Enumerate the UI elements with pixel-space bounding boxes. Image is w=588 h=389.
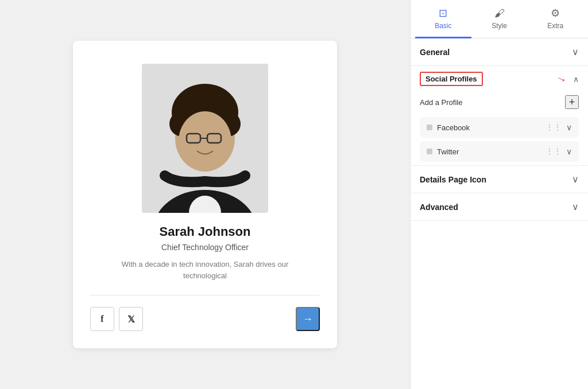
profile-item-right-twitter: ⋮⋮ ∨ [546, 147, 572, 156]
social-buttons: f 𝕏 [90, 307, 143, 331]
tab-extra[interactable]: ⚙ Extra [527, 0, 583, 38]
profile-item-right: ⋮⋮ ∨ [546, 123, 572, 132]
facebook-social-button[interactable]: f [90, 307, 114, 331]
annotation-arrow: → [556, 72, 567, 85]
add-profile-row: Add a Profile + [411, 91, 588, 114]
profile-item-left: Facebook [427, 123, 470, 132]
style-tab-icon: 🖌 [494, 7, 505, 20]
facebook-profile-chevron-icon[interactable]: ∨ [566, 123, 572, 132]
card-bio: With a decade in tech innovation, Sarah … [113, 259, 297, 281]
card-footer: f 𝕏 → [90, 307, 320, 331]
right-panel: ⊡ Basic 🖌 Style ⚙ Extra General ∨ Social… [410, 0, 588, 389]
add-profile-label: Add a Profile [420, 98, 462, 107]
details-page-icon-section: Details Page Icon ∨ [411, 166, 588, 193]
red-arrow-icon: → [554, 71, 570, 87]
general-section-header[interactable]: General ∨ [411, 38, 588, 65]
avatar-container [142, 64, 268, 213]
general-section-title: General [420, 48, 450, 57]
plus-icon: + [569, 96, 575, 108]
profile-item-left-twitter: Twitter [427, 147, 459, 156]
style-tab-label: Style [492, 22, 507, 30]
general-section: General ∨ [411, 38, 588, 66]
social-profiles-chevron-up-icon[interactable]: ∧ [573, 75, 579, 84]
basic-tab-icon: ⊡ [439, 7, 447, 20]
add-profile-button[interactable]: + [565, 95, 579, 109]
twitter-color-dot [427, 149, 432, 154]
advanced-section-title: Advanced [420, 203, 458, 212]
tab-style[interactable]: 🖌 Style [471, 0, 528, 38]
twitter-profile-chevron-icon[interactable]: ∨ [566, 147, 572, 156]
social-profiles-label: Social Profiles [420, 72, 483, 86]
advanced-chevron-icon: ∨ [572, 201, 579, 212]
twitter-social-button[interactable]: 𝕏 [119, 307, 143, 331]
card-name: Sarah Johnson [160, 224, 251, 239]
twitter-profile-name: Twitter [437, 147, 459, 156]
facebook-profile-item: Facebook ⋮⋮ ∨ [420, 117, 579, 138]
facebook-drag-icon[interactable]: ⋮⋮ [546, 123, 562, 132]
tabs-container: ⊡ Basic 🖌 Style ⚙ Extra [411, 0, 588, 38]
arrow-button[interactable]: → [296, 307, 320, 331]
details-page-icon-chevron-icon: ∨ [572, 174, 579, 185]
advanced-section: Advanced ∨ [411, 193, 588, 221]
advanced-section-header[interactable]: Advanced ∨ [411, 193, 588, 220]
arrow-right-icon: → [303, 313, 313, 325]
extra-tab-icon: ⚙ [551, 7, 560, 20]
tab-basic[interactable]: ⊡ Basic [415, 0, 471, 38]
social-profiles-section: Social Profiles 1 → ∧ Add a Profile + [411, 66, 588, 166]
card-title: Chief Technology Officer [161, 243, 249, 252]
extra-tab-label: Extra [547, 22, 563, 30]
twitter-drag-icon[interactable]: ⋮⋮ [546, 147, 562, 156]
basic-tab-label: Basic [435, 22, 451, 30]
left-panel: Sarah Johnson Chief Technology Officer W… [0, 0, 410, 389]
facebook-color-dot [427, 125, 432, 130]
twitter-profile-item: Twitter ⋮⋮ ∨ [420, 141, 579, 162]
details-page-icon-header[interactable]: Details Page Icon ∨ [411, 166, 588, 193]
avatar [142, 64, 268, 213]
panel-content: General ∨ Social Profiles 1 → ∧ [411, 38, 588, 389]
profile-card: Sarah Johnson Chief Technology Officer W… [73, 41, 337, 348]
facebook-profile-name: Facebook [437, 123, 470, 132]
card-divider [90, 295, 320, 295]
details-page-icon-title: Details Page Icon [420, 175, 486, 184]
twitter-icon: 𝕏 [127, 314, 135, 325]
general-chevron-icon: ∨ [572, 46, 579, 57]
facebook-icon: f [100, 314, 103, 324]
